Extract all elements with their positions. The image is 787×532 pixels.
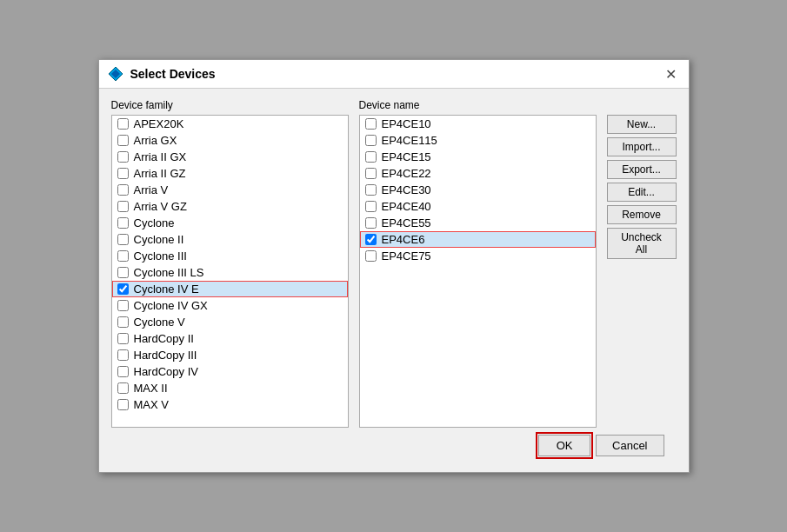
uncheck-all-button[interactable]: Uncheck All: [607, 228, 677, 259]
family-item-label: Cyclone IV GX: [134, 299, 208, 312]
name-item-label: EP4CE15: [382, 150, 431, 163]
list-item[interactable]: Arria II GX: [112, 149, 348, 165]
new-button[interactable]: New...: [607, 115, 677, 134]
name-checkbox[interactable]: [365, 201, 377, 212]
list-item[interactable]: EP4CE75: [360, 248, 596, 264]
bottom-bar: OK Cancel: [111, 428, 677, 463]
name-checkbox[interactable]: [365, 184, 377, 196]
side-buttons-panel: New... Import... Export... Edit... Remov…: [607, 99, 677, 428]
name-checkbox[interactable]: [365, 217, 377, 229]
family-item-label: Cyclone III LS: [134, 266, 204, 279]
family-item-label: Cyclone II: [134, 233, 184, 246]
columns-container: Device family APEX20KArria GXArria II GX…: [111, 99, 677, 428]
list-item[interactable]: MAX V: [112, 396, 348, 413]
family-checkbox[interactable]: [117, 267, 129, 278]
family-checkbox[interactable]: [117, 234, 129, 245]
list-item[interactable]: HardCopy II: [112, 330, 348, 347]
close-button[interactable]: ✕: [663, 65, 680, 83]
family-item-label: HardCopy III: [134, 349, 197, 362]
list-item[interactable]: EP4CE10: [360, 116, 596, 132]
family-item-label: MAX II: [134, 382, 168, 395]
family-item-label: Cyclone III: [134, 249, 187, 263]
family-checkbox[interactable]: [117, 250, 129, 262]
list-item[interactable]: EP4CE22: [360, 165, 596, 182]
name-checkbox[interactable]: [365, 250, 377, 262]
family-checkbox[interactable]: [117, 201, 129, 212]
family-item-label: Cyclone IV E: [134, 283, 199, 296]
family-checkbox[interactable]: [117, 349, 129, 361]
device-name-column: Device name EP4CE10EP4CE115EP4CE15EP4CE2…: [359, 99, 597, 428]
list-item[interactable]: Cyclone IV GX: [112, 297, 348, 314]
device-name-label: Device name: [359, 99, 597, 111]
name-item-label: EP4CE6: [382, 233, 425, 246]
list-item[interactable]: Arria V: [112, 182, 348, 198]
device-family-column: Device family APEX20KArria GXArria II GX…: [111, 99, 349, 428]
list-item[interactable]: EP4CE30: [360, 182, 596, 198]
list-item[interactable]: Cyclone III LS: [112, 264, 348, 281]
list-item[interactable]: HardCopy III: [112, 347, 348, 363]
device-family-list[interactable]: APEX20KArria GXArria II GXArria II GZArr…: [111, 115, 349, 428]
list-item[interactable]: EP4CE40: [360, 198, 596, 215]
list-item[interactable]: EP4CE15: [360, 149, 596, 165]
list-item[interactable]: EP4CE115: [360, 132, 596, 149]
title-bar: Select Devices ✕: [99, 60, 689, 89]
list-item[interactable]: Cyclone V: [112, 314, 348, 330]
family-checkbox[interactable]: [117, 118, 129, 130]
family-checkbox[interactable]: [117, 168, 129, 179]
family-item-label: Arria II GX: [134, 150, 187, 163]
family-checkbox[interactable]: [117, 333, 129, 344]
ok-button[interactable]: OK: [538, 435, 590, 456]
list-item[interactable]: Arria GX: [112, 132, 348, 149]
list-item[interactable]: APEX20K: [112, 116, 348, 132]
export-button[interactable]: Export...: [607, 160, 677, 179]
name-item-label: EP4CE115: [382, 134, 437, 147]
family-checkbox[interactable]: [117, 300, 129, 311]
name-checkbox[interactable]: [365, 234, 377, 245]
name-item-label: EP4CE75: [382, 249, 431, 263]
name-checkbox[interactable]: [365, 135, 377, 146]
name-checkbox[interactable]: [365, 168, 377, 179]
list-item[interactable]: Cyclone IV E: [112, 281, 348, 297]
list-item[interactable]: Arria V GZ: [112, 198, 348, 215]
family-checkbox[interactable]: [117, 382, 129, 394]
list-item[interactable]: MAX II: [112, 380, 348, 396]
cancel-button[interactable]: Cancel: [596, 435, 664, 456]
family-item-label: HardCopy II: [134, 332, 194, 345]
list-item[interactable]: EP4CE55: [360, 215, 596, 231]
import-button[interactable]: Import...: [607, 137, 677, 156]
family-checkbox[interactable]: [117, 217, 129, 229]
family-item-label: Cyclone V: [134, 316, 185, 329]
select-devices-dialog: Select Devices ✕ Device family APEX20KAr…: [98, 59, 690, 473]
list-item[interactable]: Cyclone III: [112, 248, 348, 264]
list-item[interactable]: Cyclone II: [112, 231, 348, 248]
app-icon: [108, 66, 123, 82]
family-item-label: Arria V GZ: [134, 200, 187, 213]
name-checkbox[interactable]: [365, 151, 377, 163]
device-name-list[interactable]: EP4CE10EP4CE115EP4CE15EP4CE22EP4CE30EP4C…: [359, 115, 597, 428]
family-item-label: Arria GX: [134, 134, 177, 147]
family-checkbox[interactable]: [117, 184, 129, 196]
name-item-label: EP4CE22: [382, 167, 431, 180]
title-bar-left: Select Devices: [108, 66, 216, 82]
name-checkbox[interactable]: [365, 118, 377, 130]
edit-button[interactable]: Edit...: [607, 183, 677, 202]
family-item-label: Arria V: [134, 183, 169, 196]
dialog-body: Device family APEX20KArria GXArria II GX…: [99, 89, 689, 472]
list-item[interactable]: HardCopy IV: [112, 363, 348, 380]
list-item[interactable]: Arria II GZ: [112, 165, 348, 182]
family-item-label: APEX20K: [134, 117, 184, 130]
family-checkbox[interactable]: [117, 366, 129, 377]
list-item[interactable]: Cyclone: [112, 215, 348, 231]
family-checkbox[interactable]: [117, 399, 129, 410]
family-checkbox[interactable]: [117, 316, 129, 328]
family-item-label: Arria II GZ: [134, 167, 186, 180]
family-item-label: MAX V: [134, 398, 169, 411]
device-family-label: Device family: [111, 99, 349, 111]
family-checkbox[interactable]: [117, 135, 129, 146]
name-item-label: EP4CE55: [382, 216, 431, 229]
family-checkbox[interactable]: [117, 151, 129, 163]
list-item[interactable]: EP4CE6: [360, 231, 596, 248]
family-checkbox[interactable]: [117, 283, 129, 295]
remove-button[interactable]: Remove: [607, 205, 677, 224]
family-item-label: HardCopy IV: [134, 365, 198, 378]
